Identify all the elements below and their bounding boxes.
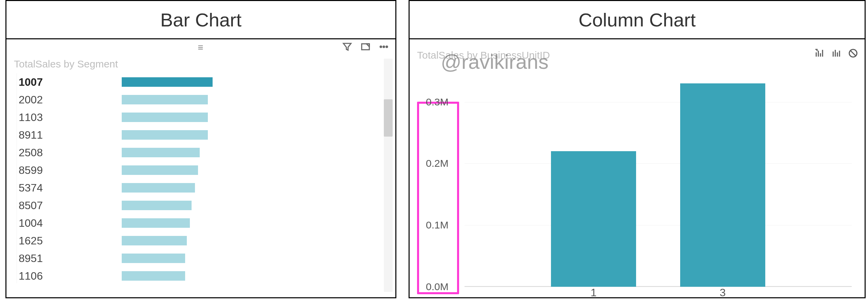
bar-fill[interactable] bbox=[122, 271, 185, 281]
bar-row[interactable]: 1004 bbox=[17, 214, 382, 232]
column-chart-title-box: Column Chart bbox=[410, 1, 865, 39]
bar-fill[interactable] bbox=[122, 148, 200, 157]
bar-fill[interactable] bbox=[122, 95, 208, 104]
bar-row[interactable]: 5374 bbox=[17, 179, 382, 197]
y-axis-highlight-box bbox=[417, 102, 459, 294]
filter-icon[interactable] bbox=[341, 41, 353, 53]
bar-category-label: 2002 bbox=[17, 94, 122, 106]
report-canvas: Bar Chart ≡ TotalSales by Segment 100720… bbox=[0, 0, 868, 301]
drag-handle-icon[interactable]: ≡ bbox=[198, 42, 204, 53]
bar-fill[interactable] bbox=[122, 165, 198, 175]
scrollbar-thumb[interactable] bbox=[384, 99, 393, 137]
bar-fill[interactable] bbox=[122, 113, 208, 122]
drill-up-icon[interactable] bbox=[813, 47, 825, 59]
column-bar[interactable] bbox=[680, 83, 765, 287]
more-options-icon[interactable] bbox=[378, 41, 390, 53]
bar-category-label: 8507 bbox=[17, 199, 122, 212]
bar-category-label: 1625 bbox=[17, 235, 122, 247]
disable-icon[interactable] bbox=[847, 47, 859, 59]
bar-fill[interactable] bbox=[122, 218, 190, 228]
bar-category-label: 8599 bbox=[17, 164, 122, 177]
column-bar[interactable] bbox=[551, 151, 636, 287]
focus-mode-icon[interactable] bbox=[359, 41, 372, 53]
bar-row[interactable]: 8599 bbox=[17, 161, 382, 179]
bar-fill[interactable] bbox=[122, 183, 195, 193]
bar-row[interactable]: 2508 bbox=[17, 144, 382, 161]
bar-category-label: 8911 bbox=[17, 129, 122, 141]
bar-row[interactable]: 1625 bbox=[17, 232, 382, 249]
y-axis-tick-label: 0.0M bbox=[426, 281, 449, 293]
column-chart-visual[interactable]: Column Chart TotalSales by BusinessUnitI… bbox=[409, 0, 866, 298]
column-chart-title: Column Chart bbox=[578, 9, 695, 31]
svg-point-2 bbox=[383, 46, 385, 48]
bar-fill[interactable] bbox=[122, 130, 208, 140]
column-chart-subtitle: TotalSales by BusinessUnitID bbox=[410, 39, 865, 64]
bar-row[interactable]: 1007 bbox=[17, 73, 382, 91]
x-axis-tick-label: 3 bbox=[719, 286, 726, 299]
bar-fill[interactable] bbox=[122, 254, 185, 263]
column-chart-toolbar bbox=[813, 47, 859, 59]
bar-chart-title-box: Bar Chart bbox=[6, 1, 395, 39]
bar-category-label: 5374 bbox=[17, 182, 122, 194]
drill-down-icon[interactable] bbox=[830, 47, 842, 59]
bar-chart-visual[interactable]: Bar Chart ≡ TotalSales by Segment 100720… bbox=[5, 0, 396, 298]
bar-row[interactable]: 8951 bbox=[17, 249, 382, 267]
bar-chart-toolbar: ≡ bbox=[6, 39, 395, 56]
svg-point-1 bbox=[380, 46, 382, 48]
y-axis-tick-label: 0.2M bbox=[426, 158, 449, 169]
bar-category-label: 1004 bbox=[17, 217, 122, 229]
bar-category-label: 1106 bbox=[17, 270, 122, 282]
bar-chart-scrollbar[interactable] bbox=[384, 59, 393, 292]
x-axis-tick-label: 1 bbox=[591, 286, 597, 299]
bar-row[interactable]: 8911 bbox=[17, 126, 382, 144]
bar-chart-subtitle: TotalSales by Segment bbox=[6, 56, 395, 73]
bar-fill[interactable] bbox=[122, 201, 192, 210]
bar-category-label: 1103 bbox=[17, 111, 122, 124]
bar-row[interactable]: 1106 bbox=[17, 267, 382, 283]
bar-chart-title: Bar Chart bbox=[160, 9, 242, 31]
bar-row[interactable]: 1103 bbox=[17, 108, 382, 126]
column-chart-plot[interactable]: 0.0M0.1M0.2M0.3M 13 bbox=[419, 70, 855, 301]
bar-fill[interactable] bbox=[122, 236, 187, 245]
bar-row[interactable]: 8507 bbox=[17, 197, 382, 214]
bar-category-label: 8951 bbox=[17, 252, 122, 265]
svg-rect-0 bbox=[362, 44, 370, 50]
bar-category-label: 2508 bbox=[17, 146, 122, 159]
bar-fill[interactable] bbox=[122, 77, 213, 87]
y-axis-tick-label: 0.3M bbox=[426, 96, 449, 108]
bar-category-label: 1007 bbox=[17, 76, 122, 88]
y-axis-tick-label: 0.1M bbox=[426, 219, 449, 231]
bar-row[interactable]: 2002 bbox=[17, 91, 382, 108]
bar-chart-plot[interactable]: 1007200211038911250885995374850710041625… bbox=[17, 73, 382, 283]
svg-point-3 bbox=[386, 46, 388, 48]
